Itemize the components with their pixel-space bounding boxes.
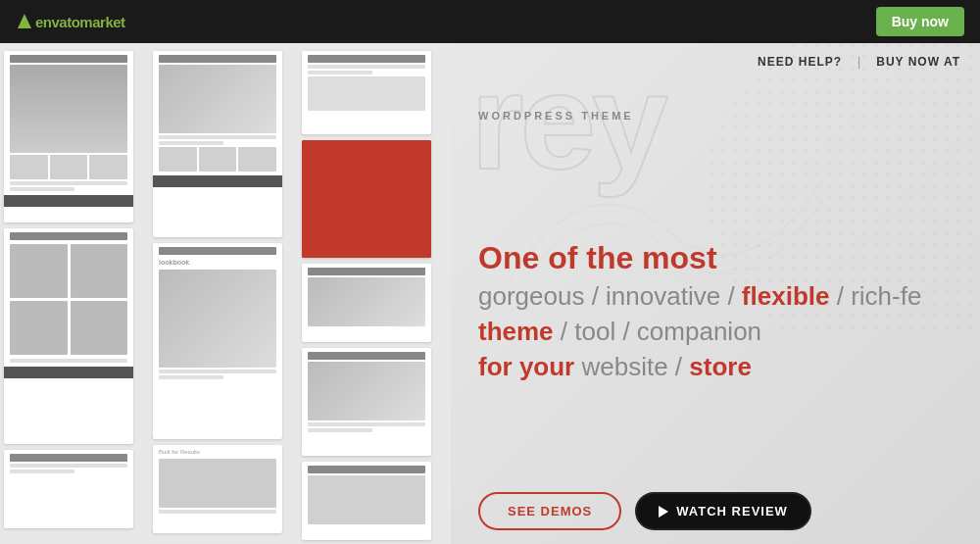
hero-headline: One of the most gorgeous / innovative / … [478,239,960,384]
wordpress-theme-label: WORDPRESS THEME [478,110,634,122]
nav-divider: | [858,55,860,69]
content-panel: rey WORDPRESS THEME NEED HELP? | BUY NOW… [451,43,980,544]
watch-review-label: WATCH REVIEW [676,504,788,519]
screenshots-panel: lookbook Built for Results [0,43,451,544]
headline-text-theme: theme [478,317,554,346]
screenshot-thumb [302,140,431,258]
screenshot-col-3 [298,43,435,544]
logo-text: envatomarket [35,14,125,30]
cta-buttons: SEE DEMOS WATCH REVIEW [478,492,811,530]
headline-line-2: gorgeous / innovative / flexible / rich-… [478,280,960,314]
rey-watermark: rey [470,53,664,190]
screenshot-thumb [302,51,431,134]
buy-now-at-link[interactable]: BUY NOW AT [876,55,960,69]
top-nav: NEED HELP? | BUY NOW AT [758,55,960,69]
headline-text-flexible: flexible [742,281,830,311]
screenshot-thumb [302,348,431,456]
headline-text-website: website / [581,352,689,381]
screenshot-col-1 [0,43,137,536]
screenshot-thumb: Built for Results [153,445,282,533]
headline-line-4: for your website / store [478,351,960,384]
headline-text-tool: / tool / companion [561,317,761,346]
screenshot-thumb [4,228,133,444]
headline-line-1: One of the most [478,239,960,276]
screenshot-thumb [4,51,133,223]
main-content: lookbook Built for Results [0,43,980,544]
logo: envatomarket [16,13,125,30]
screenshot-thumb [4,450,133,528]
headline-text-plain: gorgeous / innovative / [478,281,735,311]
screenshot-thumb [302,462,431,540]
play-icon [659,506,668,518]
header: envatomarket Buy now [0,0,980,43]
screenshot-thumb [153,51,282,237]
headline-text-foryour: for your [478,352,574,381]
screenshot-thumb: lookbook [153,243,282,439]
envato-leaf-icon [16,13,33,30]
buy-now-button[interactable]: Buy now [876,7,964,36]
watch-review-button[interactable]: WATCH REVIEW [635,492,811,530]
headline-text-store: store [689,352,752,381]
screenshot-col-2: lookbook Built for Results [149,43,286,541]
see-demos-button[interactable]: SEE DEMOS [478,492,621,530]
screenshot-thumb [302,264,431,342]
headline-line-3: theme / tool / companion [478,316,960,349]
headline-text-richfe: / rich-fe [837,281,922,311]
need-help-link[interactable]: NEED HELP? [758,55,842,69]
